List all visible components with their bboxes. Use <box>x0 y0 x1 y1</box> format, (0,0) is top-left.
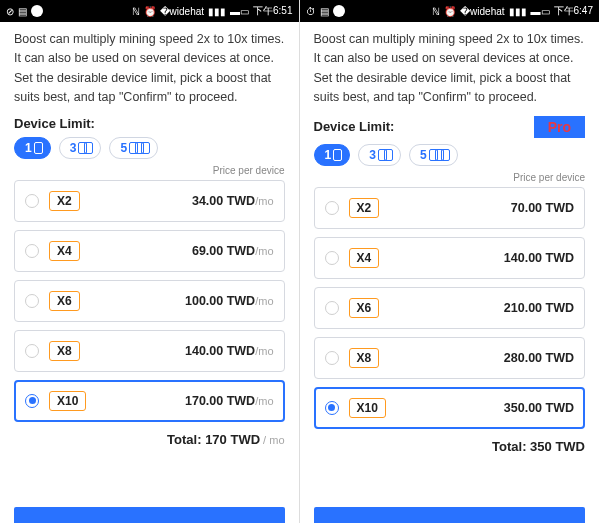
pill-count: 1 <box>25 141 32 155</box>
boost-option-x4[interactable]: X469.00 TWD/mo <box>14 230 285 272</box>
radio-icon <box>325 351 339 365</box>
price-text: 70.00 TWD <box>511 201 574 215</box>
price-text: 170.00 TWD/mo <box>185 394 274 408</box>
price-per-device-label: Price per device <box>14 165 285 176</box>
pill-count: 3 <box>369 148 376 162</box>
price-suffix: /mo <box>255 195 273 207</box>
boost-option-x4[interactable]: X4140.00 TWD <box>314 237 586 279</box>
clock-text: 下午6:51 <box>253 4 292 18</box>
confirm-button[interactable] <box>14 507 285 523</box>
boost-option-x10[interactable]: X10170.00 TWD/mo <box>14 380 285 422</box>
device-limit-pill-1[interactable]: 1 <box>314 144 351 166</box>
status-right: ℕ ⏰ �widehat ▮▮▮ ▬▭ 下午6:51 <box>132 4 293 18</box>
price-text: 350.00 TWD <box>504 401 574 415</box>
battery-icon: ▬▭ <box>531 6 550 17</box>
screen-left: ⊘ ▤ ℕ ⏰ �widehat ▮▮▮ ▬▭ 下午6:51 Boost can… <box>0 0 300 523</box>
price-text: 69.00 TWD/mo <box>192 244 274 258</box>
radio-icon <box>25 344 39 358</box>
price-text: 100.00 TWD/mo <box>185 294 274 308</box>
confirm-button[interactable] <box>314 507 586 523</box>
radio-icon <box>325 301 339 315</box>
content-area: Boost can multiply mining speed 2x to 10… <box>0 22 299 499</box>
multiplier-badge: X8 <box>349 348 380 368</box>
multiplier-badge: X6 <box>49 291 80 311</box>
status-bar: ⏱ ▤ ℕ ⏰ �widehat ▮▮▮ ▬▭ 下午6:47 <box>300 0 600 22</box>
multiplier-badge: X4 <box>349 248 380 268</box>
dual-screenshot: ⊘ ▤ ℕ ⏰ �widehat ▮▮▮ ▬▭ 下午6:51 Boost can… <box>0 0 599 523</box>
boost-option-x8[interactable]: X8280.00 TWD <box>314 337 586 379</box>
pro-badge: Pro <box>534 116 585 138</box>
device-limit-pill-3[interactable]: 3 <box>358 144 401 166</box>
description-text: Boost can multiply mining speed 2x to 10… <box>314 30 586 108</box>
chat-icon: ▤ <box>18 6 27 17</box>
content-area: Boost can multiply mining speed 2x to 10… <box>300 22 600 499</box>
boost-option-x6[interactable]: X6210.00 TWD <box>314 287 586 329</box>
clock-text: 下午6:47 <box>554 4 593 18</box>
device-limit-pills: 135 <box>314 144 586 166</box>
device-limit-pill-5[interactable]: 5 <box>409 144 458 166</box>
multiplier-badge: X4 <box>49 241 80 261</box>
price-text: 210.00 TWD <box>504 301 574 315</box>
total-suffix: / mo <box>260 434 284 446</box>
price-text: 140.00 TWD/mo <box>185 344 274 358</box>
device-limit-pill-1[interactable]: 1 <box>14 137 51 159</box>
multiplier-badge: X10 <box>49 391 86 411</box>
radio-icon <box>325 251 339 265</box>
notification-icon <box>333 5 345 17</box>
radio-icon <box>25 194 39 208</box>
price-per-device-label: Price per device <box>314 172 586 183</box>
radio-icon <box>325 201 339 215</box>
pill-count: 5 <box>120 141 127 155</box>
boost-option-x2[interactable]: X234.00 TWD/mo <box>14 180 285 222</box>
device-icon <box>333 149 339 161</box>
boost-options: X270.00 TWDX4140.00 TWDX6210.00 TWDX8280… <box>314 187 586 429</box>
radio-icon <box>25 394 39 408</box>
boost-option-x8[interactable]: X8140.00 TWD/mo <box>14 330 285 372</box>
nfc-icon: ℕ <box>432 6 440 17</box>
device-limit-pill-3[interactable]: 3 <box>59 137 102 159</box>
screen-right: ⏱ ▤ ℕ ⏰ �widehat ▮▮▮ ▬▭ 下午6:47 Boost can… <box>300 0 600 523</box>
device-icon <box>34 142 40 154</box>
signal-icon: ▮▮▮ <box>208 6 226 17</box>
chat-icon: ▤ <box>320 6 329 17</box>
radio-icon <box>325 401 339 415</box>
device-limit-label: Device Limit: <box>14 116 95 131</box>
status-left: ⏱ ▤ <box>306 5 345 17</box>
signal-icon: ▮▮▮ <box>509 6 527 17</box>
boost-option-x6[interactable]: X6100.00 TWD/mo <box>14 280 285 322</box>
price-suffix: /mo <box>255 245 273 257</box>
total-row: Total: 170 TWD / mo <box>14 432 285 447</box>
total-row: Total: 350 TWD <box>314 439 586 454</box>
price-text: 140.00 TWD <box>504 251 574 265</box>
status-left: ⊘ ▤ <box>6 5 43 17</box>
multiplier-badge: X8 <box>49 341 80 361</box>
status-bar: ⊘ ▤ ℕ ⏰ �widehat ▮▮▮ ▬▭ 下午6:51 <box>0 0 299 22</box>
price-text: 280.00 TWD <box>504 351 574 365</box>
boost-option-x10[interactable]: X10350.00 TWD <box>314 387 586 429</box>
nfc-icon: ℕ <box>132 6 140 17</box>
device-icon <box>378 149 390 161</box>
battery-icon: ▬▭ <box>230 6 249 17</box>
wifi-icon: �widehat <box>460 6 504 17</box>
multiplier-badge: X2 <box>49 191 80 211</box>
price-text: 34.00 TWD/mo <box>192 194 274 208</box>
mute-icon: ⊘ <box>6 6 14 17</box>
description-text: Boost can multiply mining speed 2x to 10… <box>14 30 285 108</box>
device-limit-pill-5[interactable]: 5 <box>109 137 158 159</box>
device-limit-pills: 135 <box>14 137 285 159</box>
price-suffix: /mo <box>255 295 273 307</box>
total-label: Total: 170 TWD <box>167 432 260 447</box>
price-suffix: /mo <box>255 345 273 357</box>
alarm-icon: ⏰ <box>444 6 456 17</box>
radio-icon <box>25 244 39 258</box>
device-icon <box>78 142 90 154</box>
pill-count: 3 <box>70 141 77 155</box>
device-icon <box>429 149 447 161</box>
alarm-small-icon: ⏱ <box>306 6 316 17</box>
total-label: Total: 350 TWD <box>492 439 585 454</box>
wifi-icon: �widehat <box>160 6 204 17</box>
status-right: ℕ ⏰ �widehat ▮▮▮ ▬▭ 下午6:47 <box>432 4 593 18</box>
alarm-icon: ⏰ <box>144 6 156 17</box>
boost-option-x2[interactable]: X270.00 TWD <box>314 187 586 229</box>
multiplier-badge: X6 <box>349 298 380 318</box>
